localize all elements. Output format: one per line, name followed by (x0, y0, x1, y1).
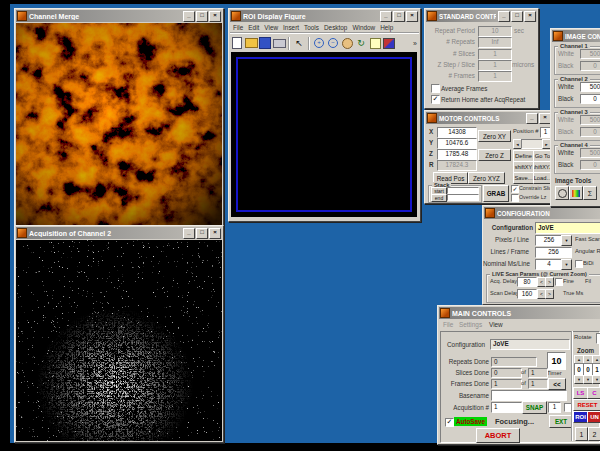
maximize-button[interactable]: □ (511, 11, 523, 22)
maximize-button[interactable]: □ (196, 11, 208, 22)
cycle-button[interactable]: C (587, 387, 600, 399)
ext-button[interactable]: EXT (549, 415, 573, 428)
zero-xyz-button[interactable]: Zero XYZ (468, 172, 505, 184)
frames-field[interactable]: 1 (478, 71, 512, 82)
zero-z-button[interactable]: Zero Z (478, 149, 511, 161)
rotate-3d-icon[interactable]: ↻ (354, 36, 368, 51)
titlebar[interactable]: Acquisition of Channel 2 _□× (16, 227, 222, 239)
menu-file[interactable]: File (443, 321, 453, 328)
channel4-black-field[interactable]: 0 (580, 160, 600, 170)
channel-2-button[interactable]: 2 (588, 427, 600, 441)
grab-button[interactable]: GRAB (483, 185, 509, 202)
titlebar[interactable]: MOTOR CONTROLS _× (426, 112, 552, 124)
save-button[interactable]: Save... (513, 172, 534, 184)
roi-button[interactable]: ROI (573, 411, 588, 423)
brush-icon[interactable] (382, 36, 396, 51)
new-document-icon[interactable] (230, 36, 244, 51)
toolbar-overflow-icon[interactable]: » (413, 40, 417, 47)
data-cursor-icon[interactable] (368, 36, 382, 51)
minimize-button[interactable]: _ (526, 113, 538, 124)
titlebar[interactable]: CONFIGURATION (484, 207, 600, 219)
print-icon[interactable] (272, 36, 286, 51)
scan-delay-field[interactable]: 160 (517, 289, 537, 299)
maximize-button[interactable]: □ (393, 11, 405, 22)
fine-checkbox[interactable] (555, 278, 563, 286)
acq-delay-field[interactable]: 80 (517, 277, 537, 287)
channel2-white-field[interactable]: 500 (580, 82, 600, 92)
menu-settings[interactable]: Settings (459, 321, 482, 328)
pan-icon[interactable] (340, 36, 354, 51)
y-position-field[interactable]: 10476.6 (437, 138, 477, 149)
menu-file[interactable]: File (233, 24, 243, 31)
channel2-black-field[interactable]: 0 (580, 94, 600, 104)
minimize-button[interactable]: _ (498, 11, 510, 22)
configuration-name-field[interactable]: JoVE (535, 222, 600, 234)
autosave-checkbox[interactable]: ✓ (445, 418, 454, 427)
zoom-out-icon[interactable]: − (326, 36, 340, 51)
stack-start-field[interactable] (447, 187, 479, 194)
menu-window[interactable]: Window (352, 24, 375, 31)
zoom-in-icon[interactable]: + (312, 36, 326, 51)
titlebar[interactable]: IMAGE CONTROLS (552, 30, 600, 42)
sigma-icon[interactable]: Σ (583, 186, 597, 200)
unroi-button[interactable]: UN (587, 411, 600, 423)
repeats-field[interactable]: Inf (478, 37, 512, 48)
titlebar[interactable]: STANDARD CONTROLS _□× (426, 10, 537, 22)
x-position-field[interactable]: 14308 (437, 127, 477, 138)
repeat-period-field[interactable]: 10 (478, 26, 512, 37)
lines-per-frame-field[interactable]: 256 (535, 247, 572, 258)
close-button[interactable]: × (406, 11, 418, 22)
scan-delay-increment[interactable]: > (545, 289, 554, 299)
slices-field[interactable]: 1 (478, 49, 512, 60)
menu-insert[interactable]: Insert (283, 24, 299, 31)
collapse-button[interactable]: << (548, 378, 566, 390)
average-frames-checkbox[interactable] (431, 84, 440, 93)
menu-desktop[interactable]: Desktop (324, 24, 347, 31)
close-button[interactable]: × (209, 11, 221, 22)
close-button[interactable]: × (524, 11, 536, 22)
pointer-icon[interactable]: ↖ (292, 36, 306, 51)
maximize-button[interactable]: □ (196, 228, 208, 239)
stack-end-button[interactable]: end (431, 194, 447, 202)
stack-end-field[interactable] (447, 194, 479, 201)
abort-button[interactable]: ABORT (476, 428, 520, 443)
menu-view[interactable]: View (264, 24, 278, 31)
colormap-icon[interactable] (569, 186, 583, 200)
zstep-field[interactable]: 1 (478, 60, 512, 71)
open-folder-icon[interactable] (244, 36, 258, 51)
channel4-white-field[interactable]: 500 (580, 148, 600, 158)
snap-count-field[interactable]: 1 (548, 402, 561, 413)
reset-button[interactable]: RESET (573, 399, 600, 411)
pixels-dropdown-icon[interactable]: ▼ (561, 235, 572, 246)
ls-button[interactable]: LS (573, 387, 588, 399)
bidi-checkbox[interactable] (575, 260, 583, 268)
pixels-per-line-field[interactable]: 256 (535, 235, 563, 246)
constrain-slice-checkbox[interactable]: ✓ (511, 185, 519, 193)
basename-field[interactable] (491, 390, 567, 401)
minimize-button[interactable]: _ (183, 11, 195, 22)
rotate-field[interactable] (596, 333, 600, 344)
snap-button[interactable]: SNAP (522, 401, 547, 414)
position-slider[interactable] (521, 139, 543, 149)
magnifier-icon[interactable] (555, 186, 569, 200)
return-home-checkbox[interactable]: ✓ (431, 95, 440, 104)
titlebar[interactable]: ROI Display Figure _□× (230, 10, 419, 22)
menu-edit[interactable]: Edit (248, 24, 259, 31)
menu-view[interactable]: View (489, 321, 503, 328)
zoom-digit3-down-arrow[interactable]: ▼ (592, 375, 600, 384)
minimize-button[interactable]: _ (183, 228, 195, 239)
acquisition-number-field[interactable]: 1 (491, 402, 522, 413)
channel-1-button[interactable]: 1 (575, 427, 588, 441)
nominal-ms-field[interactable]: 4 (535, 259, 563, 270)
z-position-field[interactable]: 1785.48 (437, 149, 477, 160)
zero-xy-button[interactable]: Zero XY (478, 130, 511, 142)
override-lz-checkbox[interactable] (511, 194, 519, 202)
roi-canvas[interactable] (231, 52, 417, 217)
ms-dropdown-icon[interactable]: ▼ (561, 259, 572, 270)
menu-help[interactable]: Help (380, 24, 393, 31)
menu-tools[interactable]: Tools (304, 24, 319, 31)
minimize-button[interactable]: _ (380, 11, 392, 22)
acq-delay-increment[interactable]: > (545, 277, 554, 287)
titlebar[interactable]: MAIN CONTROLS (439, 307, 600, 319)
close-button[interactable]: × (209, 228, 221, 239)
